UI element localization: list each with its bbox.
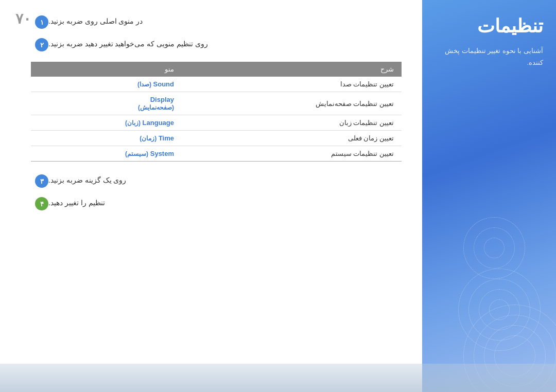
table-row: تعیین تنظیمات صفحه‌نمایش Display (صفحه‌ن…: [31, 92, 402, 115]
bottom-reflection: [0, 364, 556, 392]
step-2-badge: ۲: [35, 38, 48, 51]
step-3-badge: ۳: [35, 174, 48, 188]
menu-time: Time (زمان): [31, 131, 182, 146]
step-2-text: روی تنظیم منویی که می‌خواهید تغییر دهید …: [48, 38, 208, 49]
desc-sound: تعیین تنظیمات صدا: [182, 77, 402, 92]
description-header: شرح: [182, 62, 402, 77]
table-row: تعیین تنظیمات صدا Sound (صدا): [31, 77, 402, 92]
step-4-text: تنظیم را تغییر دهید.: [48, 197, 105, 208]
table-body: تعیین تنظیمات صدا Sound (صدا) تعیین تنظی…: [31, 77, 402, 162]
step-4-badge: ۴: [35, 197, 48, 210]
table-header: شرح منو: [31, 62, 402, 77]
step-1-row: در منوی اصلی روی ضربه بزنید. ۱: [31, 15, 402, 29]
table-row: تعیین تنظیمات زبان Language (زبان): [31, 115, 402, 131]
menu-sound: Sound (صدا): [31, 77, 182, 92]
table-row: تعیین زمان فعلی Time (زمان): [31, 131, 402, 146]
step-1-text: در منوی اصلی روی ضربه بزنید.: [48, 15, 143, 27]
desc-system: تعیین تنظیمات سیستم: [182, 146, 402, 162]
menu-header: منو: [31, 62, 182, 77]
step-3-text: روی یک گزینه ضربه بزنید.: [48, 174, 126, 186]
sidebar: تنظیمات آشنایی با نحوه تغییر تنظیمات پخش…: [422, 0, 556, 392]
step-2-row: روی تنظیم منویی که می‌خواهید تغییر دهید …: [31, 38, 402, 51]
table-row: تعیین تنظیمات سیستم System (سیستم): [31, 146, 402, 162]
desc-language: تعیین تنظیمات زبان: [182, 115, 402, 131]
deco-circle-3: [484, 238, 505, 258]
step-3-row: روی یک گزینه ضربه بزنید. ۳: [31, 174, 402, 188]
desc-display: تعیین تنظیمات صفحه‌نمایش: [182, 92, 402, 115]
menu-language: Language (زبان): [31, 115, 182, 131]
menu-system: System (سیستم): [31, 146, 182, 162]
settings-table: شرح منو تعیین تنظیمات صدا Sound (صدا) تع…: [31, 62, 402, 162]
sidebar-title: تنظیمات: [477, 15, 543, 37]
desc-time: تعیین زمان فعلی: [182, 131, 402, 146]
step-1-badge: ۱: [35, 15, 48, 29]
sidebar-subtitle: آشنایی با نحوه تغییر تنظیمات پخش کننده.: [445, 45, 543, 69]
page-number: ۷۰: [15, 10, 31, 27]
main-content: ۷۰ در منوی اصلی روی ضربه بزنید. ۱ روی تن…: [0, 0, 422, 392]
menu-display: Display (صفحه‌نمایش): [31, 92, 182, 115]
step-4-row: تنظیم را تغییر دهید. ۴: [31, 197, 402, 210]
